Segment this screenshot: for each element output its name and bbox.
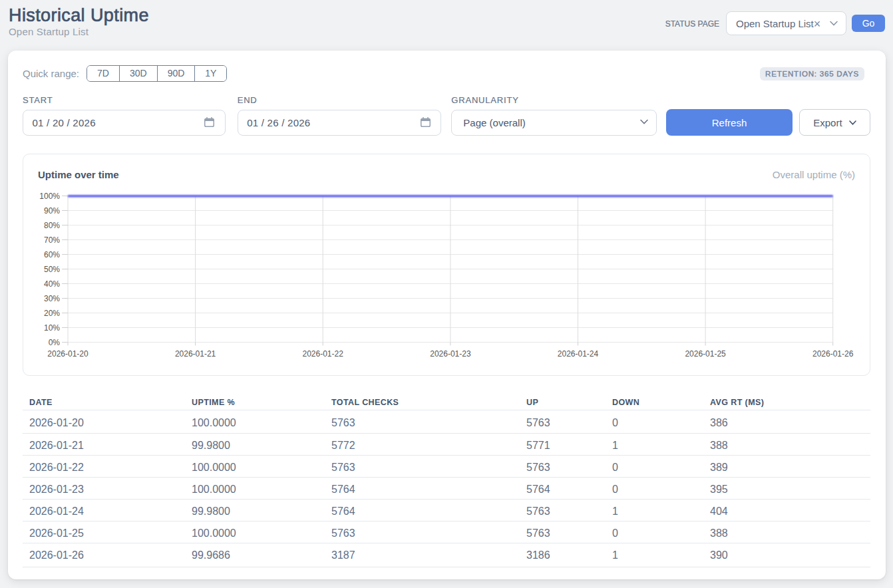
svg-text:90%: 90% bbox=[44, 206, 60, 216]
svg-text:2026-01-22: 2026-01-22 bbox=[303, 349, 344, 359]
svg-text:0%: 0% bbox=[49, 338, 61, 347]
svg-text:2026-01-23: 2026-01-23 bbox=[430, 349, 471, 359]
svg-text:60%: 60% bbox=[44, 250, 60, 259]
svg-text:100%: 100% bbox=[39, 192, 60, 201]
svg-text:40%: 40% bbox=[44, 279, 60, 289]
svg-text:2026-01-24: 2026-01-24 bbox=[558, 349, 599, 359]
svg-text:2026-01-26: 2026-01-26 bbox=[812, 349, 854, 359]
svg-text:2026-01-20: 2026-01-20 bbox=[47, 349, 89, 359]
svg-text:2026-01-21: 2026-01-21 bbox=[175, 349, 216, 359]
svg-text:10%: 10% bbox=[44, 323, 60, 333]
svg-text:2026-01-25: 2026-01-25 bbox=[685, 349, 726, 359]
svg-text:50%: 50% bbox=[44, 265, 60, 274]
svg-text:70%: 70% bbox=[44, 235, 60, 245]
svg-text:30%: 30% bbox=[44, 294, 60, 303]
svg-text:20%: 20% bbox=[44, 309, 60, 318]
svg-text:80%: 80% bbox=[44, 221, 60, 230]
